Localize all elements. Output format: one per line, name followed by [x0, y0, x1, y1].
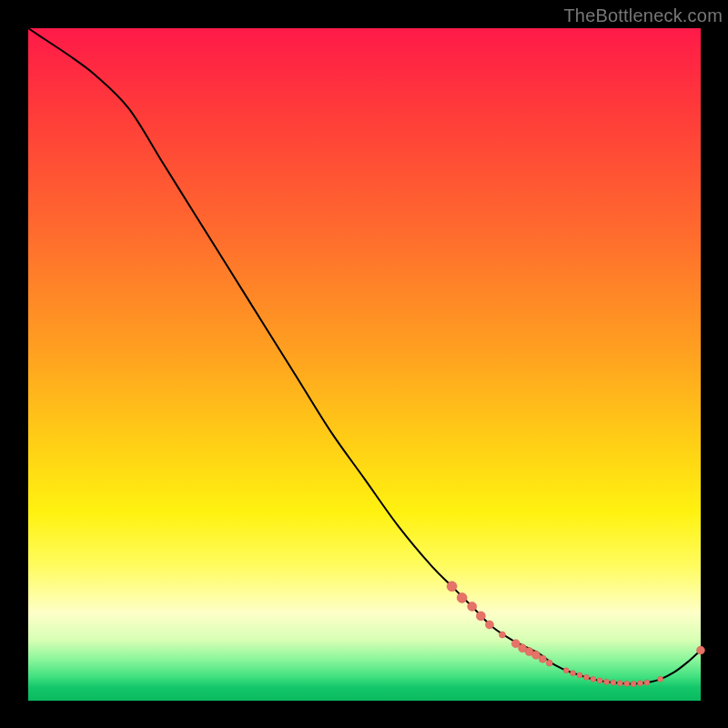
- data-marker: [563, 668, 569, 673]
- data-marker: [697, 646, 705, 654]
- bottleneck-curve: [28, 28, 701, 684]
- data-marker: [447, 581, 457, 592]
- data-marker: [611, 680, 616, 685]
- data-marker: [583, 674, 589, 680]
- data-marker: [624, 681, 630, 686]
- data-marker: [637, 681, 642, 686]
- data-marker: [577, 672, 582, 678]
- curve-svg: [28, 28, 701, 701]
- data-marker: [468, 602, 477, 612]
- data-marker: [658, 676, 663, 682]
- data-marker: [476, 612, 485, 621]
- data-marker: [617, 681, 622, 686]
- data-marker: [591, 676, 596, 682]
- plot-area: [28, 28, 701, 701]
- data-marker: [644, 680, 650, 685]
- data-marker: [631, 682, 636, 687]
- attribution-text: TheBottleneck.com: [563, 5, 723, 26]
- marker-group: [447, 581, 704, 687]
- data-marker: [457, 592, 467, 602]
- data-marker: [500, 632, 506, 638]
- data-marker: [571, 671, 576, 676]
- data-marker: [604, 679, 610, 684]
- data-marker: [546, 660, 552, 666]
- data-marker: [485, 621, 493, 629]
- data-marker: [539, 655, 546, 662]
- data-marker: [531, 651, 540, 659]
- chart-frame: TheBottleneck.com: [0, 0, 728, 728]
- data-marker: [597, 678, 602, 683]
